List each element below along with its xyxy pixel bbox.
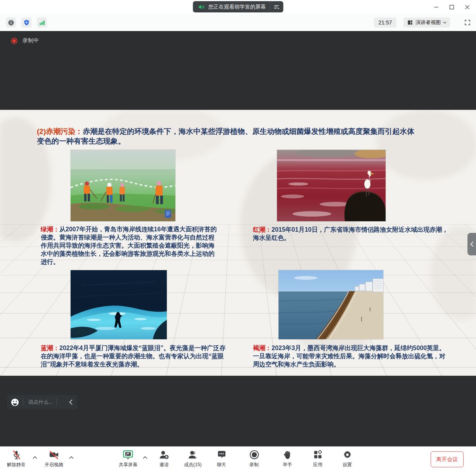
blue-tide-photo <box>71 270 167 339</box>
emoji-button[interactable] <box>10 398 19 407</box>
apps-label: 应用 <box>313 462 322 468</box>
record-icon <box>249 449 260 460</box>
share-screen-button[interactable]: 共享屏幕 <box>114 449 142 468</box>
view-selector-label: 演讲者视图 <box>415 19 441 26</box>
settings-label: 设置 <box>343 462 352 468</box>
raise-hand-label: 举手 <box>283 462 292 468</box>
layout-icon <box>407 19 413 26</box>
caption-green-text: 从2007年开始，青岛市海岸线连续16年遭遇大面积浒苔的侵袭。黄海浒苔绿潮是一种… <box>41 226 216 265</box>
chat-quick-bar[interactable]: 说点什么... <box>7 395 77 410</box>
recording-indicator: 录制中 <box>11 37 39 44</box>
smiley-icon <box>10 398 19 407</box>
video-options-chevron[interactable] <box>68 454 74 461</box>
members-button[interactable]: 成员(15) <box>178 449 208 468</box>
window-titlebar: 您正在观看胡学发的屏幕 <box>0 0 476 14</box>
meeting-timer: 21:57 <box>374 17 396 28</box>
caption-blue-text: 2022年4月平厦门潭海域爆发“蓝眼泪”。夜光藻是一种广泛存在的海洋甲藻，也是一… <box>41 345 226 368</box>
apps-button[interactable]: 应用 <box>304 449 332 468</box>
caption-green-label: 绿潮： <box>41 226 59 233</box>
unmute-button[interactable]: 解除静音 <box>2 449 30 468</box>
view-selector-dropdown[interactable]: 演讲者视图 <box>403 17 450 28</box>
meeting-controls-bar: 解除静音 开启视频 共享屏幕 邀请 成员(15) 聊天 <box>0 446 476 472</box>
security-shield-button[interactable] <box>21 17 31 28</box>
banner-text: 您正在观看胡学发的屏幕 <box>208 3 266 10</box>
chat-button[interactable]: 聊天 <box>208 449 235 468</box>
caption-red-text: 2015年01月10日，广东省珠海市情侣路渔女附近水域出现赤潮，海水呈红色。 <box>253 226 448 241</box>
share-options-chevron[interactable] <box>142 454 148 461</box>
caption-red-tide: 红潮：2015年01月10日，广东省珠海市情侣路渔女附近水域出现赤潮，海水呈红色… <box>253 226 453 242</box>
members-label: 成员(15) <box>184 462 201 468</box>
unmute-label: 解除静音 <box>7 462 26 468</box>
invite-icon <box>159 449 170 460</box>
presentation-slide: (2)赤潮污染：赤潮是在特定的环境条件下，海水中某些浮游植物、原生动物或细菌爆发… <box>0 110 476 376</box>
chevron-down-icon <box>443 21 447 24</box>
chevron-up-icon <box>33 456 37 459</box>
raise-hand-icon <box>282 449 293 460</box>
chevron-left-icon <box>470 241 474 247</box>
chevron-up-icon <box>69 456 74 459</box>
slide-heading-body: 赤潮是在特定的环境条件下，海水中某些浮游植物、原生动物或细菌爆发性增殖或高度聚集… <box>37 127 414 145</box>
caption-brown-label: 褐潮： <box>253 345 272 351</box>
green-tide-photo <box>71 150 175 221</box>
record-button[interactable]: 录制 <box>240 449 268 468</box>
settings-button[interactable]: 设置 <box>333 449 361 468</box>
caption-brown-text: 2023年3月，墨西哥湾海岸出现巨大海藻群，延绵约5000英里。一旦靠近海岸，可… <box>253 345 445 368</box>
speaker-icon[interactable] <box>197 3 205 11</box>
red-tide-photo <box>277 150 386 221</box>
chatbar-divider <box>56 398 57 406</box>
start-video-label: 开启视频 <box>45 462 63 468</box>
network-signal-button[interactable] <box>37 17 47 28</box>
leave-meeting-button[interactable]: 离开会议 <box>431 451 464 467</box>
caption-blue-label: 蓝潮： <box>41 345 59 351</box>
share-screen-icon <box>122 449 134 460</box>
caption-brown-tide: 褐潮：2023年3月，墨西哥湾海岸出现巨大海藻群，延绵约5000英里。一旦靠近海… <box>253 344 449 368</box>
fullscreen-button[interactable] <box>462 17 473 28</box>
mic-muted-icon <box>11 449 22 460</box>
invite-button[interactable]: 邀请 <box>150 449 178 468</box>
brown-tide-photo <box>279 270 383 339</box>
chevron-left-icon <box>69 399 73 405</box>
caption-blue-tide: 蓝潮：2022年4月平厦门潭海域爆发“蓝眼泪”。夜光藻是一种广泛存在的海洋甲藻，… <box>41 344 232 368</box>
gear-icon <box>342 449 353 460</box>
chat-bubble-icon <box>216 449 227 460</box>
share-screen-label: 共享屏幕 <box>119 462 137 468</box>
start-video-button[interactable]: 开启视频 <box>40 449 68 468</box>
record-label: 录制 <box>249 462 259 468</box>
caption-red-label: 红潮： <box>253 226 272 233</box>
recording-label: 录制中 <box>23 37 39 44</box>
maximize-button[interactable] <box>446 2 457 12</box>
meeting-toolbar-top: 21:57 演讲者视图 <box>0 14 476 31</box>
members-icon <box>187 449 198 460</box>
invite-label: 邀请 <box>159 462 169 468</box>
camera-muted-icon <box>48 449 59 460</box>
info-button[interactable] <box>6 17 16 28</box>
minimize-button[interactable] <box>430 2 442 12</box>
banner-menu-icon[interactable] <box>270 1 283 12</box>
raise-hand-button[interactable]: 举手 <box>273 449 301 468</box>
screen-watching-banner: 您正在观看胡学发的屏幕 <box>193 1 284 12</box>
chatbar-divider <box>23 398 23 406</box>
chat-label: 聊天 <box>217 462 226 468</box>
meeting-time-text: 21:57 <box>378 19 392 26</box>
window-controls <box>430 0 473 14</box>
chevron-up-icon <box>143 456 147 459</box>
chatbar-collapse-button[interactable] <box>64 395 77 410</box>
apps-icon <box>313 449 323 460</box>
chat-input-placeholder[interactable]: 说点什么... <box>28 399 53 406</box>
slide-heading: (2)赤潮污染：赤潮是在特定的环境条件下，海水中某些浮游植物、原生动物或细菌爆发… <box>37 127 421 146</box>
shared-screen-stage: 录制中 (2)赤潮污染：赤潮是在特定的环境条件下，海水中某些浮游植物、原生动物或… <box>0 31 476 446</box>
panel-collapse-tab[interactable] <box>467 233 476 255</box>
close-button[interactable] <box>461 2 473 12</box>
audio-options-chevron[interactable] <box>32 454 38 461</box>
record-dot-icon <box>11 38 17 44</box>
slide-heading-lead: (2)赤潮污染： <box>37 127 83 135</box>
caption-green-tide: 绿潮：从2007年开始，青岛市海岸线连续16年遭遇大面积浒苔的侵袭。黄海浒苔绿潮… <box>41 225 217 266</box>
